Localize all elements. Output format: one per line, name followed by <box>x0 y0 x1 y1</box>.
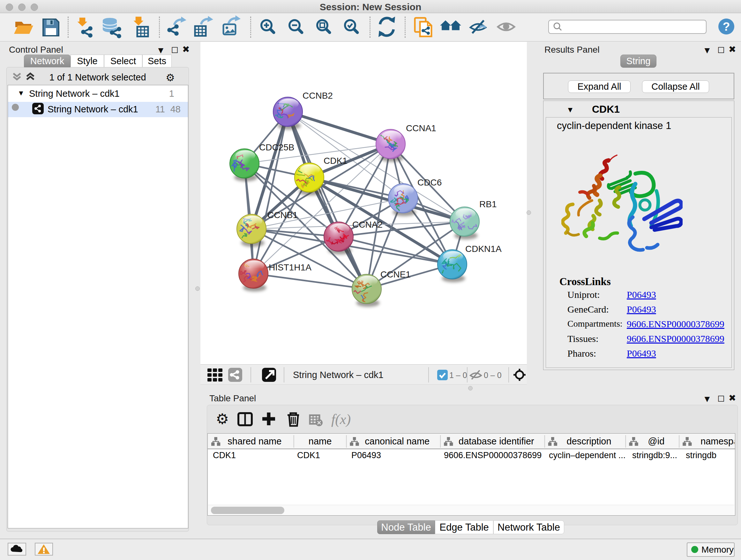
svg-text:description: description <box>567 436 611 446</box>
svg-text:?: ? <box>723 20 730 33</box>
svg-text:CDKN1A: CDKN1A <box>465 244 502 254</box>
svg-text:CCNB1: CCNB1 <box>267 210 298 220</box>
svg-text:RB1: RB1 <box>479 199 496 209</box>
svg-text:CCNB2: CCNB2 <box>302 91 333 101</box>
svg-text:CDK1: CDK1 <box>324 156 347 166</box>
svg-text:namespace: namespace <box>700 436 734 446</box>
svg-text:f(x): f(x) <box>331 412 351 427</box>
svg-text:HIST1H1A: HIST1H1A <box>269 262 312 272</box>
svg-text:String Network – cdk1: String Network – cdk1 <box>293 370 384 380</box>
svg-text:shared name: shared name <box>227 436 281 446</box>
svg-text:CCNA1: CCNA1 <box>406 123 436 133</box>
svg-text:database identifier: database identifier <box>459 436 534 446</box>
svg-text:name: name <box>309 436 332 446</box>
svg-text:CDC25B: CDC25B <box>259 142 294 152</box>
svg-text:⚙: ⚙ <box>216 411 229 427</box>
svg-text:canonical name: canonical name <box>365 436 429 446</box>
svg-text:1 – 0: 1 – 0 <box>449 371 467 380</box>
svg-text:CCNE1: CCNE1 <box>381 269 411 279</box>
svg-text:@id: @id <box>648 436 664 446</box>
svg-text:0 – 0: 0 – 0 <box>484 371 502 380</box>
svg-text:CCNA2: CCNA2 <box>352 220 383 230</box>
svg-text:CDC6: CDC6 <box>417 178 442 187</box>
